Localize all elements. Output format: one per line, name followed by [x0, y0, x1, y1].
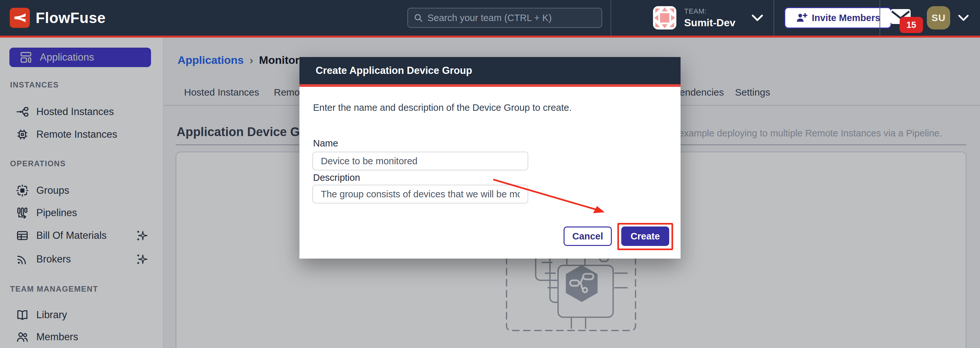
user-avatar: SU — [927, 6, 950, 30]
team-name: Sumit-Dev — [684, 17, 735, 29]
chevron-down-icon — [751, 14, 763, 21]
invite-members-button[interactable]: Invite Members — [784, 7, 891, 29]
search-icon — [413, 13, 423, 23]
user-plus-icon — [795, 12, 807, 24]
brand-name: FlowFuse — [36, 9, 106, 27]
flowfuse-logo-icon — [10, 8, 30, 28]
top-navbar: FlowFuse TEAM: Sumit-Dev — [0, 0, 980, 36]
invite-members-label: Invite Members — [812, 13, 880, 23]
create-button-highlight — [617, 223, 673, 250]
nav-divider — [880, 0, 880, 36]
cancel-button[interactable]: Cancel — [563, 227, 612, 246]
dialog-description: Enter the name and description of the De… — [313, 102, 572, 113]
notification-badge: 15 — [900, 17, 923, 33]
notifications-button[interactable]: 15 — [889, 0, 921, 36]
dialog-title: Create Application Device Group — [316, 65, 472, 76]
team-selector[interactable]: TEAM: Sumit-Dev — [645, 0, 773, 36]
team-avatar — [653, 6, 676, 30]
dialog-header-highlight — [299, 84, 681, 87]
name-field-label: Name — [313, 138, 338, 149]
team-search — [407, 8, 602, 28]
description-field-label: Description — [313, 172, 360, 183]
search-input[interactable] — [428, 13, 596, 23]
brand-home-link[interactable]: FlowFuse — [10, 0, 106, 36]
user-menu[interactable]: SU — [927, 0, 969, 36]
nav-divider — [611, 0, 611, 36]
chevron-down-icon — [958, 14, 969, 21]
name-input[interactable] — [312, 152, 528, 170]
nav-divider — [773, 0, 774, 36]
dialog-header: Create Application Device Group — [299, 57, 681, 84]
team-label: TEAM: — [684, 7, 735, 16]
navbar-highlight-line — [0, 36, 980, 38]
annotation-arrow — [486, 175, 612, 220]
